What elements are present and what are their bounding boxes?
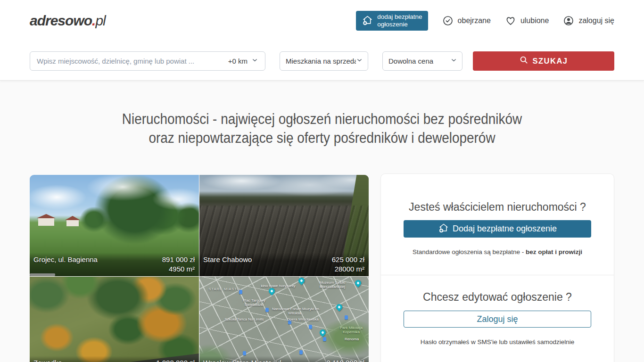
map-label: Renoma: [340, 337, 363, 341]
listing-card-grojec[interactable]: Grojec, ul. Bagienna 891 000 zł 4950 m²: [30, 175, 199, 276]
offer-type-select[interactable]: Mieszkania na sprzeda: [280, 51, 368, 71]
listing-location: Wrocław Stare Miasto, ul.: [203, 358, 287, 362]
page-title-line2: oraz niepowtarzające się oferty pośredni…: [149, 130, 495, 146]
nav-label-favorites: ulubione: [520, 16, 549, 25]
owner-note-prefix: Standardowe ogłoszenia są bezpłatne -: [413, 248, 526, 255]
page-title: Nieruchomości - najwięcej ogłoszeń nieru…: [32, 110, 611, 148]
listing-caption: Stare Chabowo 625 000 zł 28000 m²: [199, 253, 369, 276]
owner-panel: Jesteś właścicielem nieruchomości ? Doda…: [380, 173, 614, 362]
owner-section: Jesteś właścicielem nieruchomości ? Doda…: [381, 174, 614, 255]
listing-card-zawadka[interactable]: Zawadka 1 000 000 zł: [30, 277, 199, 362]
edit-section-title: Chcesz edytować ogłoszenie ?: [404, 275, 591, 304]
add-listing-button[interactable]: dodaj bezpłatne ogłoszenie: [356, 11, 428, 31]
nav-label-login: zaloguj się: [578, 16, 614, 25]
map-marker-icon: [299, 350, 303, 354]
map-label: Plac Targowy Świebodzki: [235, 298, 273, 307]
house-plus-icon: [362, 14, 373, 28]
location-search-combo: +0 km: [30, 51, 265, 71]
listing-caption: Zawadka 1 000 000 zł: [30, 356, 199, 362]
main-content: Grojec, ul. Bagienna 891 000 zł 4950 m² …: [0, 175, 644, 362]
listing-price: 1 000 000 zł: [156, 359, 195, 362]
owner-section-title: Jesteś właścicielem nieruchomości ?: [404, 174, 591, 214]
listing-photo-map: STARE MIASTO kino nowe horyzonty Muzeum …: [199, 277, 369, 362]
header: adresowo.pl dodaj bezpłatne ogłoszenie: [0, 0, 644, 81]
map-label: STARE MIASTO: [206, 287, 243, 291]
owner-note-bold: bez opłat i prowizji: [526, 248, 582, 255]
logo-tld: pl: [95, 13, 105, 28]
price-select[interactable]: Dowolna cena: [382, 51, 462, 71]
listing-location: Grojec, ul. Bagienna: [33, 255, 101, 264]
listing-caption: Wrocław Stare Miasto, ul. 2 110 800 zł: [199, 356, 369, 362]
user-circle-icon: [563, 15, 574, 26]
map-label: Szkoła Tańca No Limits: [218, 317, 270, 321]
listing-price: 625 000 zł: [332, 255, 364, 263]
add-listing-line2: ogłoszenie: [377, 21, 408, 28]
map-marker-icon: [323, 337, 326, 341]
check-circle-icon: [442, 15, 454, 26]
map-label: Opera Wrocławska: [281, 317, 325, 321]
add-free-listing-label: Dodaj bezpłatne ogłoszenie: [453, 224, 557, 234]
listing-card-stare-chabowo[interactable]: Stare Chabowo 625 000 zł 28000 m²: [199, 175, 369, 276]
owner-section-note: Standardowe ogłoszenia są bezpłatne - be…: [404, 248, 591, 255]
map-pin-icon: [335, 303, 343, 311]
heart-icon: [505, 15, 516, 26]
search-icon: [519, 55, 528, 66]
map-pin-icon: [267, 287, 276, 295]
listing-photo-aerial: [30, 277, 199, 362]
search-bar: +0 km Mieszkania na sprzeda Dowolna cena…: [0, 41, 644, 80]
map-marker-icon: [345, 315, 348, 320]
search-button[interactable]: SZUKAJ: [473, 51, 614, 71]
listing-card-wroclaw[interactable]: STARE MIASTO kino nowe horyzonty Muzeum …: [199, 277, 369, 362]
radius-select[interactable]: +0 km: [226, 57, 260, 65]
map-marker-icon: [309, 325, 312, 329]
map-label: kino nowe horyzonty: [252, 284, 304, 288]
listing-price: 2 110 800 zł: [326, 359, 364, 362]
map-pin-icon: [318, 328, 327, 337]
listing-location: Zawadka: [33, 358, 66, 362]
map-label: Park Mikołaja Kopernika: [334, 326, 368, 334]
nav-item-favorites[interactable]: ulubione: [505, 15, 549, 26]
nav-item-viewed[interactable]: obejrzane: [442, 15, 491, 26]
map-label: Muzeum Sztuki Mieszczańskiej: [312, 280, 353, 289]
nav-label-viewed: obejrzane: [458, 16, 491, 25]
location-search-input[interactable]: [37, 57, 226, 65]
listing-area: 28000 m²: [335, 265, 364, 273]
chevron-down-icon: [450, 57, 457, 65]
chevron-down-icon: [356, 57, 363, 65]
listing-caption: Grojec, ul. Bagienna 891 000 zł 4950 m²: [30, 253, 199, 276]
listing-area: 4950 m²: [169, 265, 195, 273]
edit-section: Chcesz edytować ogłoszenie ? Zaloguj się…: [381, 275, 614, 346]
price-value: Dowolna cena: [388, 57, 433, 65]
map-marker-icon: [243, 351, 246, 355]
nav-item-login[interactable]: zaloguj się: [563, 15, 614, 26]
login-button[interactable]: Zaloguj się: [404, 311, 591, 328]
chevron-down-icon: [251, 57, 258, 65]
house-plus-icon: [438, 222, 449, 236]
edit-section-note: Hasło otrzymałeś w SMS'ie lub ustawiłeś …: [404, 338, 591, 346]
add-free-listing-button[interactable]: Dodaj bezpłatne ogłoszenie: [404, 220, 591, 238]
listing-cards-grid: Grojec, ul. Bagienna 891 000 zł 4950 m² …: [30, 175, 369, 362]
logo[interactable]: adresowo.pl: [30, 13, 106, 29]
logo-name: adresowo: [30, 13, 92, 28]
map-pin-icon: [354, 279, 362, 287]
listing-location: Stare Chabowo: [203, 255, 256, 264]
listing-price: 891 000 zł: [162, 255, 195, 263]
map-label: Narodowe Forum Muzyki im. Witolda...: [268, 307, 324, 315]
page-title-line1: Nieruchomości - najwięcej ogłoszeń nieru…: [122, 111, 522, 127]
add-listing-line1: dodaj bezpłatne: [377, 13, 422, 20]
offer-type-value: Mieszkania na sprzeda: [286, 57, 356, 65]
radius-value: +0 km: [228, 57, 248, 65]
carousel-scrollbar[interactable]: [30, 273, 55, 276]
search-button-label: SZUKAJ: [532, 57, 568, 66]
